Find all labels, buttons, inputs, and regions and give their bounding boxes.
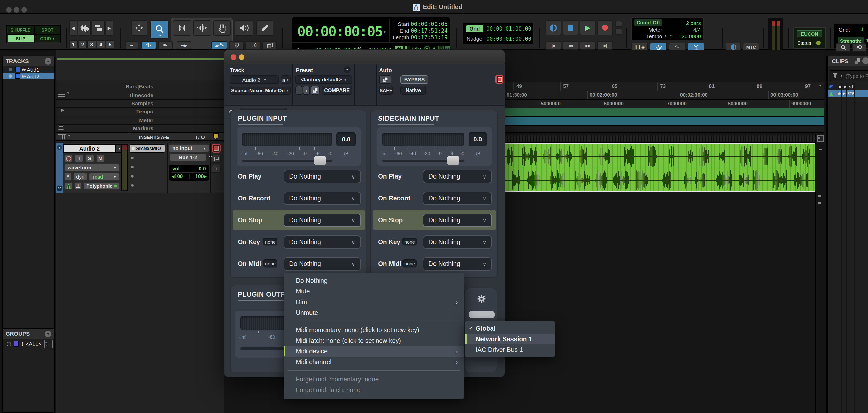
trim-tool-button[interactable] [131, 20, 147, 36]
plugin-titlebar[interactable] [224, 50, 505, 64]
sc-on-record-select[interactable]: Do Nothing∨ [423, 192, 492, 205]
zoom-fit-button[interactable] [852, 43, 866, 52]
count-off-value[interactable]: 2 bars [662, 20, 701, 26]
submenu-item-global[interactable]: ✓ Global [465, 323, 555, 334]
insert-position-selector[interactable]: a▼ [281, 75, 291, 84]
grid-value[interactable]: 00:00:01:00.00 [486, 25, 531, 32]
sc-on-key-select[interactable]: Do Nothing∨ [423, 235, 492, 249]
selection-end[interactable]: 00:17:51:24 [408, 27, 448, 34]
elastic-audio-enable-button[interactable] [64, 182, 73, 190]
zoom-preset-4[interactable]: 4 [97, 40, 105, 48]
on-key-badge[interactable]: none [263, 238, 277, 246]
plugin-close-button[interactable] [231, 54, 236, 60]
clips-window-icon[interactable] [855, 58, 860, 63]
copy-preset-button[interactable] [311, 86, 320, 95]
grid-value-arrow-icon[interactable]: ▼ [529, 27, 532, 30]
menu-item-midi-latch[interactable]: Midi latch: none (click to set new key) [284, 335, 464, 346]
mode-grid-button[interactable]: GRID▼ [35, 35, 60, 43]
tempo-expand-icon[interactable]: ▶ [61, 108, 64, 112]
ruler-label-tempo[interactable]: Tempo [136, 108, 153, 114]
zoom-preset-3[interactable]: 3 [87, 40, 96, 48]
on-midi-badge[interactable]: none [263, 259, 277, 268]
gear-icon[interactable] [477, 294, 486, 303]
track-record-button[interactable] [64, 155, 73, 162]
stop-button[interactable] [563, 20, 578, 35]
group-list-item-all[interactable]: ! <ALL> a z [3, 339, 54, 348]
mode-shuffle-button[interactable]: SHUFFLE [7, 26, 34, 34]
track-mute-button[interactable]: M [96, 155, 105, 162]
track-list-item-aud1[interactable]: ▶▶ Aud1 [3, 66, 54, 73]
on-stop-select[interactable]: Do Nothing∨ [284, 214, 361, 227]
preset-selector[interactable]: <factory default>▼ [295, 75, 352, 84]
go-to-end-button[interactable]: ▶| [597, 41, 613, 50]
play-button[interactable]: ▶ [580, 20, 596, 35]
ruler-scroll-up-icon[interactable]: ▲ [817, 83, 823, 90]
native-processing-button[interactable]: Native [400, 86, 426, 95]
menu-item-do-nothing[interactable]: Do Nothing [284, 275, 464, 286]
tracks-menu-button[interactable]: ▼ [45, 58, 51, 64]
insert-slot-a[interactable]: SrcNxsMtO [130, 144, 165, 153]
main-counter-arrow-icon[interactable]: ▼ [383, 30, 387, 34]
grabber-tool-button[interactable] [213, 20, 231, 36]
fast-forward-button[interactable]: ▶▶ [580, 41, 596, 50]
ruler-label-timecode[interactable]: Timecode [129, 92, 153, 98]
keyboard-focus-button[interactable]: a z [817, 135, 824, 142]
zoom-out-arrow-button[interactable]: ◀ [69, 20, 77, 36]
audio-zoom-button[interactable] [78, 20, 91, 36]
menu-item-dim[interactable]: Dim› [284, 297, 464, 307]
track-solo-button[interactable]: S [85, 155, 94, 162]
settings-pill[interactable] [469, 311, 495, 318]
zoom-preset-2[interactable]: 2 [78, 40, 87, 48]
compare-button[interactable]: COMPARE [322, 86, 352, 95]
track-name-field[interactable]: Audio 2 [63, 144, 116, 153]
ruler-label-samples[interactable]: Samples [132, 100, 153, 106]
plugin-minimize-button[interactable] [239, 54, 244, 60]
plugin-target-button[interactable] [495, 75, 503, 84]
main-counter[interactable]: 00:00:00:05 [297, 23, 383, 39]
link-track-edit-button[interactable]: ≡• [158, 41, 173, 49]
plugin-input-slider-knob[interactable] [314, 156, 326, 165]
plugin-track-selector[interactable]: Audio 2▼ [230, 75, 279, 84]
meter-label[interactable]: Meter [634, 26, 662, 33]
pencil-tool-button[interactable] [256, 20, 273, 36]
insertion-follows-playback-button[interactable]: ⇥▶ [177, 41, 191, 49]
close-window-button[interactable] [6, 7, 12, 13]
filter-arrow-icon[interactable]: ▼ [840, 74, 843, 77]
capture-shield-button[interactable] [229, 41, 244, 49]
menu-item-forget-latch[interactable]: Forget midi latch: none [284, 385, 464, 395]
sc-on-key-badge[interactable]: none [402, 238, 417, 246]
menu-item-mute[interactable]: Mute [284, 286, 464, 297]
automation-follows-edit-button[interactable] [211, 41, 227, 49]
track-collapse-icon[interactable]: ▼ [57, 145, 62, 150]
automation-safe-button[interactable]: SAFE [379, 86, 393, 95]
tempo-value[interactable]: 120.0000 [662, 33, 701, 39]
zoom-in-arrow-button[interactable]: ▶ [105, 20, 113, 36]
clip-list-item-1[interactable]: ▶▶ ▶ st [828, 83, 868, 90]
minimize-window-button[interactable] [14, 7, 19, 13]
track-height-icon[interactable] [58, 134, 66, 139]
automation-enable-button[interactable] [379, 75, 391, 84]
track-input-monitor-button[interactable]: I [75, 155, 83, 162]
mode-spot-button[interactable]: SPOT [35, 26, 60, 34]
plugin-input-gain-value[interactable]: 0.0 [336, 132, 356, 146]
post-roll-toggle[interactable] [615, 28, 622, 35]
clips-menu-button[interactable] [862, 57, 868, 64]
rewind-button[interactable]: ◀◀ [563, 41, 578, 50]
track-automation-selector[interactable]: read▼ [89, 173, 120, 181]
track-list-item-aud2[interactable]: ▶▶ Aud2 [3, 73, 54, 79]
plugin-window-target-button[interactable] [212, 144, 221, 153]
track-tools-icon[interactable]: ⚒ [57, 186, 62, 191]
sort-az-button[interactable]: a z [44, 340, 53, 348]
trim-selector-tool-button[interactable] [173, 20, 191, 36]
nudge-value[interactable]: 00:00:01:00.00 [486, 36, 531, 42]
meter-value[interactable]: 4/4 [662, 26, 701, 33]
sc-on-midi-select[interactable]: Do Nothing∨ [423, 257, 492, 271]
scrubber-speaker-tool-button[interactable] [235, 20, 253, 36]
sidechain-slider-knob[interactable] [447, 156, 459, 165]
link-timeline-edit-button[interactable]: ⇅• [141, 41, 156, 49]
zoomer-tool-button[interactable]: ▼ [150, 20, 169, 39]
submenu-item-network-session-1[interactable]: Network Session 1 [465, 334, 555, 344]
pre-roll-toggle[interactable] [615, 21, 622, 27]
track-comments-button[interactable] [212, 155, 221, 163]
track-view-selector[interactable]: waveform▼ [64, 164, 120, 171]
